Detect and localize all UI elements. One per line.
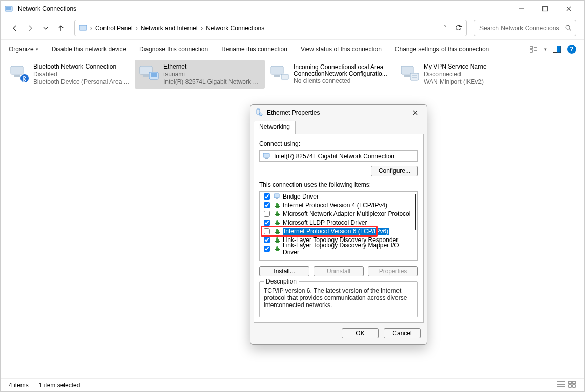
help-button[interactable]: ? — [567, 45, 576, 54]
component-label: Microsoft Network Adapter Multiplexor Pr… — [283, 210, 410, 217]
svg-point-62 — [276, 246, 278, 248]
scrollbar-thumb[interactable] — [415, 194, 416, 230]
address-bar[interactable]: › Control Panel › Network and Internet ›… — [74, 20, 467, 36]
breadcrumb[interactable]: Network Connections — [206, 25, 264, 32]
breadcrumb[interactable]: Network and Internet — [141, 25, 198, 32]
properties-button[interactable]: Properties — [368, 266, 418, 276]
component-label: Internet Protocol Version 6 (TCP/IPv6) — [283, 228, 389, 235]
refresh-button[interactable] — [455, 24, 462, 33]
nav-row: › Control Panel › Network and Internet ›… — [1, 17, 584, 39]
cancel-button[interactable]: Cancel — [384, 328, 421, 338]
connect-using-label: Connect using: — [259, 140, 418, 147]
component-checkbox[interactable] — [264, 220, 270, 226]
component-checkbox[interactable] — [264, 246, 270, 252]
tab-networking[interactable]: Networking — [254, 121, 296, 134]
component-checkbox[interactable] — [264, 228, 270, 234]
svg-rect-35 — [569, 385, 571, 387]
close-button[interactable] — [557, 1, 580, 17]
titlebar: Network Connections — [1, 1, 584, 17]
svg-rect-19 — [143, 75, 149, 77]
connection-item-vpn[interactable]: My VPN Service Name Disconnected WAN Min… — [395, 60, 525, 89]
forward-button[interactable] — [24, 22, 36, 34]
recent-button[interactable] — [39, 22, 52, 34]
large-icons-view-button[interactable] — [568, 381, 576, 389]
view-status-button[interactable]: View status of this connection — [301, 46, 382, 53]
dialog-close-button[interactable] — [409, 106, 422, 119]
organize-menu[interactable]: Organize▾ — [9, 46, 38, 53]
svg-rect-42 — [265, 158, 268, 159]
items-label: This connection uses the following items… — [259, 181, 418, 188]
ok-button[interactable]: OK — [342, 328, 379, 338]
svg-rect-16 — [14, 75, 20, 77]
address-icon — [79, 24, 87, 33]
svg-rect-1 — [6, 7, 11, 10]
components-listbox[interactable]: Bridge DriverInternet Protocol Version 4… — [259, 191, 418, 261]
address-dropdown-icon[interactable]: ˅ — [444, 25, 447, 32]
rename-button[interactable]: Rename this connection — [221, 46, 287, 53]
preview-pane-button[interactable] — [552, 44, 562, 54]
change-settings-button[interactable]: Change settings of this connection — [395, 46, 489, 53]
connection-item-bluetooth[interactable]: Bluetooth Network Connection Disabled Bl… — [5, 60, 135, 89]
connection-item-incoming[interactable]: Incoming Connections​Local Area Connecti… — [265, 60, 395, 89]
view-options-button[interactable] — [529, 44, 539, 54]
connection-status: tsunami — [163, 71, 262, 78]
dialog-tabs: Networking — [250, 120, 427, 134]
install-button[interactable]: Install... — [259, 266, 309, 276]
status-bar: 4 items 1 item selected — [1, 378, 584, 391]
configure-button[interactable]: Configure... — [371, 166, 418, 176]
explorer-window: Network Connections › Control Panel › Ne… — [0, 0, 585, 392]
maximize-button[interactable] — [533, 1, 557, 17]
svg-rect-58 — [275, 241, 280, 242]
svg-point-56 — [276, 229, 278, 231]
disable-device-button[interactable]: Disable this network device — [52, 46, 126, 53]
connection-status: Disabled — [33, 71, 129, 78]
svg-rect-23 — [274, 75, 280, 77]
svg-rect-3 — [543, 7, 548, 11]
svg-rect-26 — [404, 75, 410, 77]
adapter-field[interactable]: Intel(R) 82574L Gigabit Network Connecti… — [259, 150, 418, 162]
network-adapter-icon — [268, 62, 290, 84]
svg-rect-49 — [275, 214, 280, 215]
uninstall-button[interactable]: Uninstall — [314, 266, 364, 276]
svg-rect-41 — [263, 153, 269, 157]
window-title: Network Connections — [18, 5, 510, 12]
svg-rect-14 — [557, 46, 561, 52]
breadcrumb[interactable]: Control Panel — [95, 25, 133, 32]
svg-rect-61 — [275, 249, 280, 250]
component-item[interactable]: Internet Protocol Version 6 (TCP/IPv6) — [260, 227, 417, 235]
svg-point-38 — [259, 113, 262, 116]
up-button[interactable] — [55, 22, 67, 34]
protocol-icon — [274, 220, 281, 226]
component-item[interactable]: Link-Layer Topology Discovery Mapper I/O… — [260, 244, 417, 253]
component-checkbox[interactable] — [264, 202, 270, 208]
svg-rect-6 — [79, 25, 87, 30]
description-text: TCP/IP version 6. The latest version of … — [264, 287, 407, 309]
dialog-titlebar: Ethernet Properties — [250, 105, 427, 120]
minimize-button[interactable] — [510, 1, 533, 17]
description-group: Description TCP/IP version 6. The latest… — [259, 281, 418, 317]
details-view-button[interactable] — [557, 381, 565, 389]
svg-rect-24 — [281, 74, 288, 79]
svg-rect-10 — [530, 50, 532, 52]
svg-point-47 — [276, 203, 278, 205]
selection-count: 1 item selected — [39, 382, 80, 389]
diagnose-button[interactable]: Diagnose this connection — [139, 46, 208, 53]
search-box[interactable] — [474, 20, 576, 36]
component-checkbox[interactable] — [264, 193, 270, 200]
svg-rect-9 — [530, 46, 532, 49]
back-button[interactable] — [9, 22, 21, 34]
svg-rect-36 — [573, 385, 575, 387]
component-item[interactable]: Internet Protocol Version 4 (TCP/IPv4) — [260, 201, 417, 209]
connection-name: Incoming Connections​Local Area Connecti… — [294, 64, 392, 77]
dialog-icon — [256, 108, 263, 117]
component-item[interactable]: Microsoft LLDP Protocol Driver — [260, 218, 417, 227]
connection-item-ethernet[interactable]: Ethernet tsunami Intel(R) 82574L Gigabit… — [135, 60, 265, 89]
svg-line-8 — [570, 29, 571, 30]
component-item[interactable]: Bridge Driver — [260, 192, 417, 201]
protocol-icon — [274, 228, 281, 234]
connection-device: WAN Miniport (IKEv2) — [424, 78, 487, 86]
search-input[interactable] — [478, 24, 561, 32]
component-checkbox[interactable] — [264, 237, 270, 243]
component-item[interactable]: Microsoft Network Adapter Multiplexor Pr… — [260, 209, 417, 218]
component-checkbox[interactable] — [264, 211, 270, 217]
